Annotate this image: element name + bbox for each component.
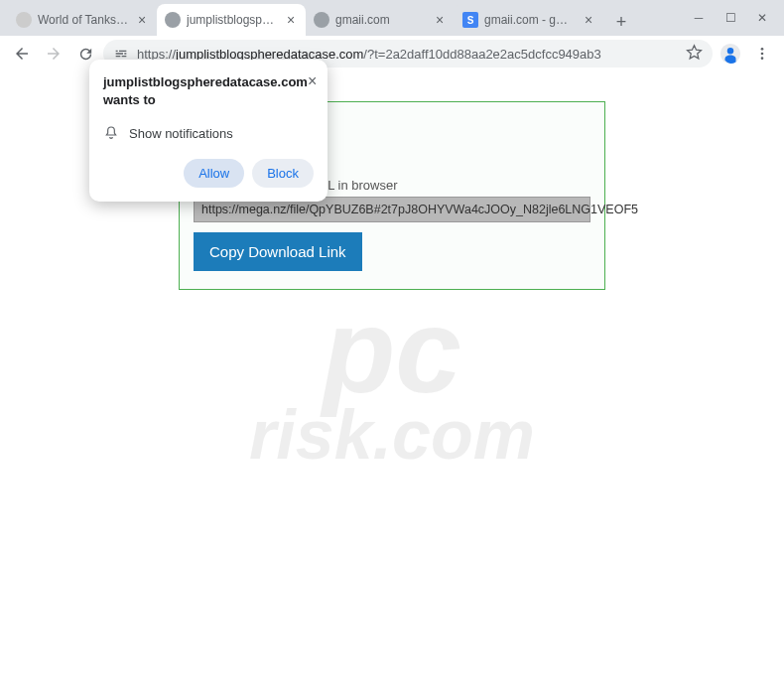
profile-button[interactable] (717, 40, 744, 68)
favicon-icon (16, 12, 32, 28)
tab-2[interactable]: gmaii.com × (306, 4, 455, 36)
reload-icon (77, 46, 94, 63)
tab-title: gmaii.com - gmaii Resourc (484, 13, 578, 27)
svg-point-3 (761, 53, 764, 56)
svg-point-1 (727, 48, 733, 54)
copy-download-link-button[interactable]: Copy Download Link (194, 232, 362, 271)
tab-strip: World of Tanks – nemokam × jumplistblogs… (0, 0, 784, 36)
close-window-button[interactable]: ✕ (748, 4, 776, 32)
close-icon[interactable]: × (308, 73, 317, 89)
arrow-right-icon (45, 45, 63, 63)
tab-3[interactable]: S gmaii.com - gmaii Resourc × (455, 4, 603, 36)
notification-permission-label: Show notifications (129, 126, 233, 141)
close-icon[interactable]: × (284, 13, 298, 27)
bookmark-button[interactable] (686, 44, 703, 64)
minimize-button[interactable]: ─ (685, 4, 713, 32)
tab-title: jumplistblogspheredatacas (187, 13, 280, 27)
svg-point-2 (761, 48, 764, 51)
dots-vertical-icon (754, 46, 770, 62)
globe-icon (314, 12, 329, 28)
maximize-button[interactable]: ☐ (717, 4, 744, 32)
notification-title: jumplistblogspheredatacase.com wants to (103, 73, 308, 109)
close-icon[interactable]: × (582, 13, 595, 27)
watermark: pc risk.com (249, 297, 535, 467)
favicon-icon: S (462, 12, 478, 28)
notification-permission-row: Show notifications (103, 125, 314, 141)
new-tab-button[interactable]: + (607, 8, 635, 36)
window-controls: ─ ☐ ✕ (685, 0, 784, 36)
tab-0[interactable]: World of Tanks – nemokam × (8, 4, 157, 36)
person-icon (719, 43, 741, 65)
star-icon (686, 44, 703, 61)
close-icon[interactable]: × (433, 13, 447, 27)
menu-button[interactable] (748, 40, 776, 68)
tab-1-active[interactable]: jumplistblogspheredatacas × (157, 4, 306, 36)
svg-point-4 (761, 57, 764, 60)
tab-title: gmaii.com (335, 13, 429, 27)
back-button[interactable] (8, 40, 36, 68)
close-icon[interactable]: × (135, 13, 149, 27)
globe-icon (165, 12, 181, 28)
forward-button[interactable] (40, 40, 67, 68)
bell-icon (103, 125, 119, 141)
tab-title: World of Tanks – nemokam (38, 13, 131, 27)
notification-permission-popup: jumplistblogspheredatacase.com wants to … (89, 60, 327, 202)
allow-button[interactable]: Allow (184, 159, 244, 188)
block-button[interactable]: Block (252, 159, 314, 188)
arrow-left-icon (13, 45, 31, 63)
